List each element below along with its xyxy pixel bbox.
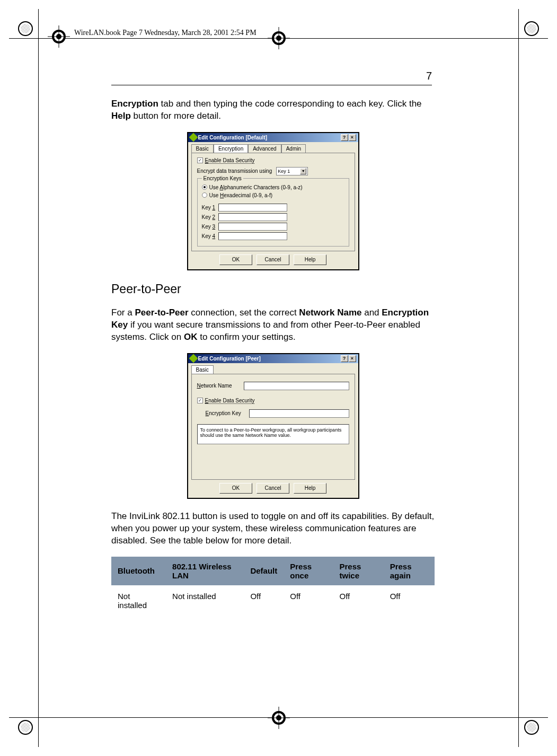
crop-mark-tr bbox=[522, 19, 541, 38]
input-encryption-key[interactable] bbox=[249, 409, 349, 418]
p2p-t2: and bbox=[361, 307, 382, 318]
ok-button-d2[interactable]: OK bbox=[219, 483, 252, 494]
label-network-name: Network Name bbox=[197, 383, 240, 389]
bold-network-name: Network Name bbox=[299, 307, 361, 318]
p2p-t4: to confirm your settings. bbox=[197, 332, 295, 342]
col-80211: 802.11 Wireless LAN bbox=[166, 557, 244, 585]
input-key2[interactable] bbox=[218, 213, 287, 221]
dialog1-titlebar: Edit Configuration [Default] ? × bbox=[188, 133, 358, 142]
dialog2-tabs: Basic bbox=[191, 365, 355, 374]
dialog-edit-config-peer: Edit Configuration [Peer] ? × Basic Netw… bbox=[187, 353, 359, 499]
col-default: Default bbox=[244, 557, 284, 585]
label-key4: Key 4 bbox=[202, 233, 216, 239]
tab-admin[interactable]: Admin bbox=[281, 144, 306, 153]
help-button-d2[interactable]: Help bbox=[294, 483, 326, 494]
page-content: Encryption tab and then typing the code … bbox=[111, 98, 435, 616]
bold-ok: OK bbox=[184, 332, 198, 342]
frame-right-line bbox=[518, 9, 519, 747]
col-press-again: Press again bbox=[384, 557, 435, 585]
col-bluetooth: Bluetooth bbox=[111, 557, 166, 585]
input-key3[interactable] bbox=[218, 223, 287, 231]
dialog1-tabs: Basic Encryption Advanced Admin bbox=[191, 144, 355, 153]
dialog2-close-button[interactable]: × bbox=[349, 355, 356, 362]
bold-p2p: Peer-to-Peer bbox=[135, 307, 188, 318]
dialog-edit-config-default: Edit Configuration [Default] ? × Basic E… bbox=[187, 132, 359, 270]
dialog1-close-button[interactable]: × bbox=[349, 134, 356, 141]
info-box: To connect to a Peer-to-Peer workgroup, … bbox=[197, 424, 349, 444]
label-encryption-key: Encryption Key bbox=[206, 410, 245, 416]
input-key1[interactable] bbox=[218, 204, 287, 212]
tab-basic-d2[interactable]: Basic bbox=[191, 365, 214, 374]
reg-mark-top bbox=[268, 27, 290, 49]
label-enable-security-d2: Enable Data Security bbox=[205, 398, 255, 404]
checkbox-enable-security-d2[interactable]: ✓ bbox=[197, 398, 203, 403]
intro-text-2: button for more detail. bbox=[131, 111, 221, 121]
cell-press-once: Off bbox=[284, 585, 333, 616]
frame-left-line bbox=[38, 9, 39, 747]
tab-encryption[interactable]: Encryption bbox=[214, 144, 248, 153]
app-icon bbox=[189, 133, 198, 142]
chevron-down-icon: ▼ bbox=[300, 168, 306, 174]
p2p-pre: For a bbox=[111, 307, 135, 318]
after-paragraph: The InviLink 802.11 button is used to to… bbox=[111, 511, 435, 547]
help-button[interactable]: Help bbox=[294, 254, 326, 265]
page-header: WireLAN.book Page 7 Wednesday, March 28,… bbox=[74, 29, 257, 37]
radio-hex[interactable] bbox=[202, 192, 207, 198]
select-encrypt-key[interactable]: Key 1 ▼ bbox=[276, 167, 308, 175]
reg-mark-bottom bbox=[268, 707, 290, 729]
intro-text-1: tab and then typing the code correspondi… bbox=[158, 99, 422, 109]
cell-bluetooth: Not installed bbox=[111, 585, 166, 616]
dialog1-title-text: Edit Configuration [Default] bbox=[198, 135, 268, 140]
state-table: Bluetooth 802.11 Wireless LAN Default Pr… bbox=[111, 557, 435, 616]
group-title: Encryption Keys bbox=[202, 175, 243, 181]
cell-press-again: Off bbox=[384, 585, 435, 616]
label-key1: Key 1 bbox=[202, 205, 216, 210]
p2p-paragraph: For a Peer-to-Peer connection, set the c… bbox=[111, 307, 435, 344]
col-press-once: Press once bbox=[284, 557, 333, 585]
checkbox-enable-security[interactable]: ✓ bbox=[197, 157, 203, 163]
reg-mark-left bbox=[48, 25, 70, 48]
p2p-t1: connection, set the correct bbox=[189, 307, 299, 318]
radio-alphanumeric[interactable] bbox=[202, 184, 207, 190]
label-radio-hex: Use Hexadecimal (0-9, a-f) bbox=[209, 192, 273, 198]
cell-80211: Not installed bbox=[166, 585, 244, 616]
input-key4[interactable] bbox=[218, 232, 287, 240]
dialog2-title-text: Edit Configuration [Peer] bbox=[198, 356, 261, 362]
select-value: Key 1 bbox=[278, 169, 290, 174]
dialog2-help-button[interactable]: ? bbox=[341, 355, 348, 362]
label-enable-security: Enable Data Security bbox=[205, 157, 255, 164]
page-number: 7 bbox=[426, 70, 432, 82]
dialog1-help-button[interactable]: ? bbox=[341, 134, 348, 141]
input-network-name[interactable] bbox=[244, 382, 349, 390]
tab-advanced[interactable]: Advanced bbox=[248, 144, 281, 153]
subhead-peer-to-peer: Peer-to-Peer bbox=[111, 282, 435, 296]
crop-mark-br bbox=[522, 718, 541, 737]
label-key3: Key 3 bbox=[202, 224, 216, 230]
cancel-button-d2[interactable]: Cancel bbox=[257, 483, 289, 494]
col-press-twice: Press twice bbox=[333, 557, 384, 585]
bold-help: Help bbox=[111, 111, 131, 121]
label-encrypt-using: Encrypt data transmission using bbox=[197, 168, 272, 174]
tab-basic[interactable]: Basic bbox=[191, 144, 214, 153]
table-row: Not installed Not installed Off Off Off … bbox=[111, 585, 435, 616]
crop-mark-tl bbox=[16, 19, 35, 38]
cell-default: Off bbox=[244, 585, 284, 616]
intro-paragraph: Encryption tab and then typing the code … bbox=[111, 98, 435, 122]
cell-press-twice: Off bbox=[333, 585, 384, 616]
app-icon bbox=[189, 354, 198, 363]
group-encryption-keys: Encryption Keys Use Alphanumeric Charact… bbox=[197, 178, 349, 247]
page-rule bbox=[111, 85, 432, 85]
dialog2-titlebar: Edit Configuration [Peer] ? × bbox=[188, 354, 358, 363]
bold-encryption: Encryption bbox=[111, 99, 158, 109]
crop-mark-bl bbox=[16, 718, 35, 737]
cancel-button[interactable]: Cancel bbox=[257, 254, 289, 265]
ok-button[interactable]: OK bbox=[219, 254, 252, 265]
label-radio-alphanumeric: Use Alphanumeric Characters (0-9, a-z) bbox=[209, 184, 303, 190]
label-key2: Key 2 bbox=[202, 214, 216, 220]
table-header-row: Bluetooth 802.11 Wireless LAN Default Pr… bbox=[111, 557, 435, 585]
